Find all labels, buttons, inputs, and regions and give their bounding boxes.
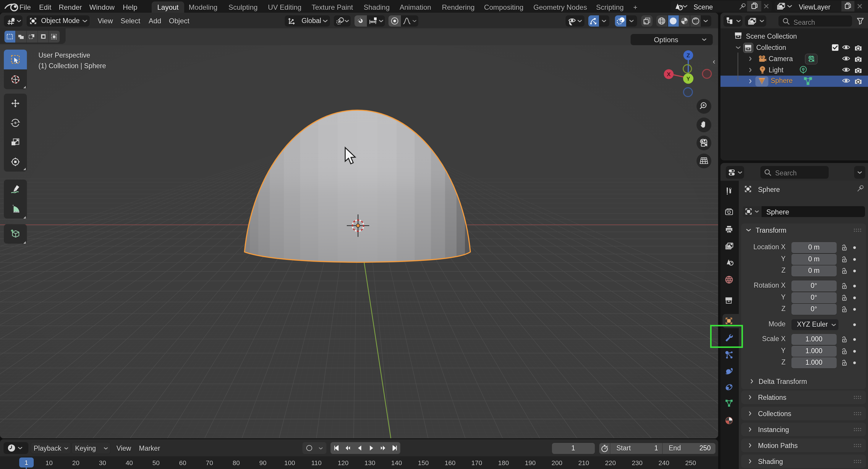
svg-text:Y: Y xyxy=(686,76,690,82)
svg-text:Z: Z xyxy=(686,52,690,59)
svg-text:X: X xyxy=(667,71,671,77)
